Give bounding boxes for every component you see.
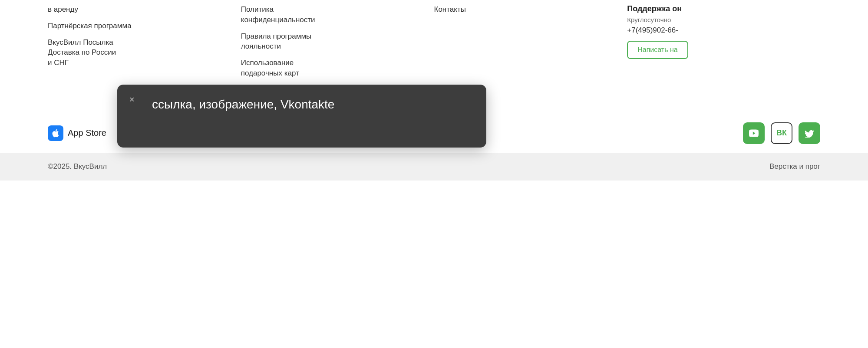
footer-link[interactable]: Партнёрская программа: [48, 22, 132, 30]
footer-link[interactable]: Правила программылояльности: [241, 32, 312, 51]
page-wrapper: в аренду Партнёрская программа ВкусВилл …: [0, 0, 868, 348]
verst-text: Верстка и прог: [769, 162, 820, 171]
footer-link[interactable]: Контакты: [434, 5, 466, 13]
list-item: Партнёрская программа: [48, 21, 241, 31]
appstore-icon: [48, 125, 63, 141]
vk-button[interactable]: ВК: [771, 122, 792, 144]
tooltip-box: × ссылка, изображение, Vkontakte: [117, 85, 486, 148]
list-item: Политикаконфиденциальности: [241, 4, 434, 25]
footer-support-col: Поддержка он Круглосуточно +7(495)902-66…: [627, 4, 820, 101]
list-item: Контакты: [434, 4, 627, 15]
social-icons: ВК: [743, 122, 820, 144]
footer-link[interactable]: Политикаконфиденциальности: [241, 5, 315, 24]
support-phone: +7(495)902-66-: [627, 26, 820, 35]
appstore-label: App Store: [68, 128, 106, 138]
footer-link[interactable]: в аренду: [48, 5, 78, 13]
list-item: Использованиеподарочных карт: [241, 58, 434, 79]
footer-link[interactable]: Использованиеподарочных карт: [241, 59, 299, 77]
appstore-link[interactable]: App Store: [48, 125, 106, 141]
list-item: ВкусВилл ПосылкаДоставка по Россиии СНГ: [48, 37, 241, 68]
support-btn[interactable]: Написать на: [627, 41, 688, 59]
twitter-button[interactable]: [799, 122, 820, 144]
youtube-button[interactable]: [743, 122, 765, 144]
vk-icon: ВК: [776, 128, 787, 138]
support-title: Поддержка он: [627, 4, 820, 13]
tooltip-text: ссылка, изображение, Vkontakte: [152, 97, 471, 112]
copyright-text: ©2025. ВкусВилл: [48, 162, 107, 171]
list-item: Правила программылояльности: [241, 31, 434, 52]
list-item: в аренду: [48, 4, 241, 15]
support-subtitle: Круглосуточно: [627, 16, 820, 23]
tooltip-close-button[interactable]: ×: [129, 95, 135, 104]
bottom-bar: ©2025. ВкусВилл Верстка и прог: [0, 153, 868, 181]
tooltip-overlay: × ссылка, изображение, Vkontakte: [117, 85, 486, 148]
footer-link[interactable]: ВкусВилл ПосылкаДоставка по Россиии СНГ: [48, 38, 116, 67]
